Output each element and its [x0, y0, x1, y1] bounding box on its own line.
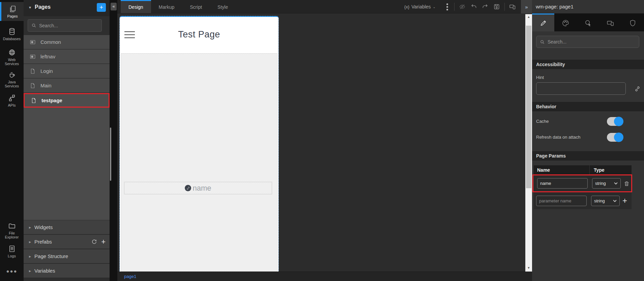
- undo-button[interactable]: [468, 0, 479, 13]
- pages-panel-title: Pages: [35, 4, 51, 10]
- section-page-params: Page Params: [532, 151, 644, 161]
- folder-icon: [8, 222, 16, 230]
- coffee-icon: [8, 71, 16, 79]
- variables-dropdown[interactable]: {x} Variables ⌄: [404, 4, 436, 9]
- refresh-icon[interactable]: [91, 239, 97, 245]
- new-param-name-input[interactable]: [536, 196, 587, 206]
- section-behavior: Behavior: [532, 102, 644, 111]
- hint-input[interactable]: [536, 82, 626, 95]
- properties-search-input[interactable]: [548, 39, 636, 45]
- editor-toolbar: Design Markup Script Style {x} Variables…: [117, 0, 532, 13]
- refresh-data-toggle[interactable]: [607, 133, 623, 142]
- pages-panel: ▾ Pages + Common leftnav Login Main: [24, 0, 110, 281]
- tab-devices[interactable]: [599, 13, 621, 31]
- globe-icon: [8, 49, 16, 56]
- chevron-down-icon: [613, 200, 617, 202]
- page-item-label: Login: [40, 68, 53, 74]
- page-title: Test Page: [120, 29, 279, 40]
- accordion-widgets[interactable]: ▸ Widgets: [24, 220, 110, 235]
- accordion-label: Widgets: [34, 224, 53, 230]
- preview-button[interactable]: [457, 0, 468, 13]
- rail-item-web-services[interactable]: WebServices: [0, 47, 24, 67]
- page-item-common[interactable]: Common: [24, 35, 110, 50]
- tab-security[interactable]: [622, 13, 644, 31]
- search-icon: [31, 23, 36, 28]
- caret-right-icon: ▸: [29, 225, 31, 230]
- page-item-main[interactable]: Main: [24, 79, 110, 93]
- add-prefab-button[interactable]: +: [101, 239, 106, 245]
- toolbar-separator: [454, 3, 455, 11]
- new-param-type-select[interactable]: string: [591, 196, 620, 206]
- caret-down-icon[interactable]: ▾: [29, 5, 31, 10]
- label-widget[interactable]: name: [124, 182, 272, 194]
- variables-label: Variables: [411, 4, 431, 9]
- page-item-leftnav[interactable]: leftnav: [24, 50, 110, 64]
- more-options-kebab-icon[interactable]: [442, 3, 452, 10]
- canvas-scrollbar[interactable]: ▲ ▼: [525, 14, 532, 272]
- devices-icon: [509, 3, 516, 10]
- page-item-testpage-highlighted[interactable]: testpage: [24, 93, 110, 108]
- page-content-area[interactable]: name: [121, 53, 277, 272]
- label-widget-text: name: [193, 184, 211, 193]
- tab-styles[interactable]: [554, 13, 577, 31]
- redo-button[interactable]: [479, 0, 491, 13]
- partial-icon: [30, 54, 36, 60]
- pages-list: Common leftnav Login Main testpage: [24, 35, 110, 220]
- page-item-label: testpage: [41, 97, 62, 103]
- caret-right-icon: ▸: [29, 269, 31, 273]
- cache-toggle[interactable]: [607, 117, 623, 126]
- accordion-prefabs[interactable]: ▸ Prefabs +: [24, 235, 110, 249]
- rail-item-file-explorer[interactable]: FileExplorer: [0, 220, 24, 241]
- add-page-button[interactable]: +: [97, 3, 106, 12]
- page-item-label: leftnav: [40, 54, 55, 59]
- pages-search-input[interactable]: [39, 23, 98, 28]
- scroll-up-arrow-icon[interactable]: ▲: [525, 14, 532, 20]
- eye-off-icon: [459, 3, 466, 10]
- rail-item-databases[interactable]: Databases: [0, 25, 24, 43]
- palette-icon: [562, 19, 569, 27]
- rail-label: Databases: [3, 37, 21, 41]
- rail-label: APIs: [8, 103, 16, 107]
- properties-tabs: [532, 13, 644, 31]
- tab-style[interactable]: Style: [210, 0, 236, 13]
- variables-icon: {x}: [404, 4, 409, 9]
- logs-icon: [8, 245, 16, 253]
- tab-markup[interactable]: Markup: [151, 0, 182, 13]
- rail-more-ellipsis-icon[interactable]: ●●●: [0, 268, 24, 274]
- rail-item-logs[interactable]: Logs: [0, 242, 24, 260]
- add-param-button[interactable]: +: [622, 197, 627, 204]
- pages-panel-header: ▾ Pages +: [24, 0, 110, 16]
- tab-design[interactable]: Design: [121, 0, 151, 13]
- page-item-login[interactable]: Login: [24, 64, 110, 79]
- api-icon: [8, 94, 16, 102]
- rail-item-java-services[interactable]: JavaServices: [0, 69, 24, 90]
- wavemaker-studio: Pages Databases WebServices JavaServices…: [0, 0, 644, 281]
- tab-properties[interactable]: [532, 13, 554, 31]
- collapse-panel-button[interactable]: «: [111, 3, 117, 10]
- tab-inspect[interactable]: [577, 13, 599, 31]
- param-name-input[interactable]: [537, 178, 588, 189]
- database-icon: [8, 28, 16, 35]
- param-type-select[interactable]: string: [592, 178, 621, 189]
- page-header-widget[interactable]: Test Page: [120, 17, 279, 53]
- page-item-label: Main: [40, 83, 52, 88]
- device-preview-button[interactable]: [507, 0, 518, 13]
- rail-item-apis[interactable]: APIs: [0, 92, 24, 109]
- scroll-down-arrow-icon[interactable]: ▼: [525, 265, 532, 271]
- accordion-page-structure[interactable]: ▸ Page Structure: [24, 249, 110, 264]
- panel-scrollbar-thumb[interactable]: [110, 128, 111, 181]
- bottom-tab-page1[interactable]: page1: [124, 274, 136, 279]
- pencil-icon: [539, 19, 547, 27]
- canvas-scrollbar-thumb[interactable]: [526, 26, 531, 188]
- expand-panel-button[interactable]: »: [521, 0, 532, 13]
- tab-script[interactable]: Script: [182, 0, 210, 13]
- accordion-label: Variables: [34, 268, 55, 274]
- properties-panel-title: wm-page: page1: [536, 4, 574, 9]
- save-button[interactable]: [491, 0, 502, 13]
- device-page-preview[interactable]: Test Page name: [120, 16, 279, 272]
- panel-accordions: ▸ Widgets ▸ Prefabs + ▸ Page Structure ▸…: [24, 220, 110, 281]
- accordion-variables[interactable]: ▸ Variables: [24, 264, 110, 278]
- rail-item-pages[interactable]: Pages: [0, 2, 24, 21]
- bind-property-button[interactable]: [634, 86, 641, 93]
- delete-param-button[interactable]: [624, 180, 630, 187]
